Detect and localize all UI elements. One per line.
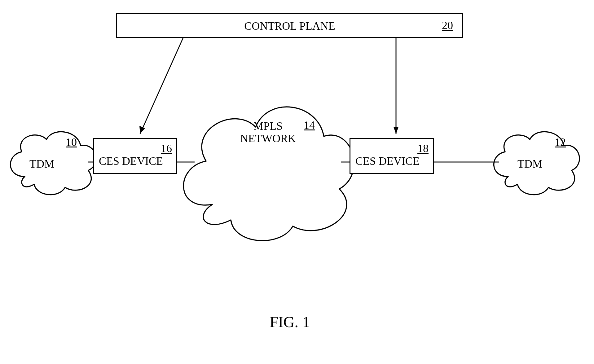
figure-caption: FIG. 1 [270,313,310,331]
stub-tdm-right [0,0,594,364]
diagram-canvas: CONTROL PLANE 20 10 TDM 12 TDM 14 MPLS N… [0,0,594,364]
